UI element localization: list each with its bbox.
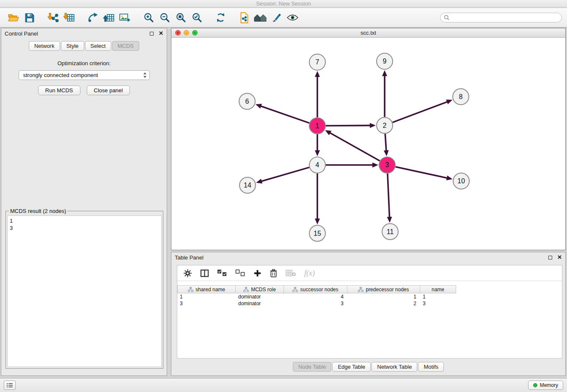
show-columns-button[interactable] (200, 269, 209, 277)
graph-edge-2-8[interactable] (393, 99, 453, 122)
new-network-button[interactable] (85, 10, 101, 26)
search-box[interactable] (440, 13, 562, 22)
gear-icon (183, 269, 192, 278)
cell-name[interactable]: 1 (420, 293, 456, 300)
memory-button[interactable]: Memory (528, 381, 563, 390)
open-session-button[interactable] (5, 10, 21, 26)
export-image-icon (119, 12, 131, 23)
graph-node-4[interactable]: 4 (309, 157, 325, 173)
cell-shared-name[interactable]: 1 (177, 293, 236, 300)
search-icon (444, 15, 449, 20)
cell-predecessor-nodes[interactable]: 1 (347, 293, 420, 300)
close-table-panel-icon[interactable]: ✕ (557, 255, 562, 260)
mcds-result-list[interactable]: 1 3 (7, 215, 162, 367)
export-table-button[interactable] (101, 10, 117, 26)
graph-edge-2-3[interactable] (384, 134, 389, 156)
graph-node-8[interactable]: 8 (453, 89, 469, 105)
import-network-button[interactable] (45, 10, 61, 26)
float-panel-icon[interactable] (150, 32, 154, 36)
column-header-predecessor-nodes[interactable]: predecessor nodes (347, 285, 420, 293)
search-input[interactable] (451, 14, 558, 21)
tab-network-table[interactable]: Network Table (372, 362, 417, 372)
cell-successor-nodes[interactable]: 4 (284, 293, 347, 300)
cell-predecessor-nodes[interactable]: 2 (347, 300, 420, 307)
close-panel-button[interactable]: Close panel (87, 86, 130, 95)
graph-node-11[interactable]: 11 (382, 224, 398, 240)
criterion-dropdown[interactable]: strongly connected component (19, 70, 150, 80)
houses-icon (253, 13, 267, 22)
import-table-button[interactable] (61, 10, 77, 26)
window-zoom-icon[interactable]: + (192, 30, 198, 36)
node-table-container: f(x) shared name MCDS role successor nod… (177, 265, 562, 359)
table-row[interactable]: 1 dominator 4 1 1 (177, 293, 562, 300)
network-window-titlebar[interactable]: scc.txt ✕ − + (171, 28, 565, 38)
graph-edge-1-4[interactable] (315, 134, 320, 156)
column-header-name[interactable]: name (420, 285, 456, 293)
tab-motifs[interactable]: Motifs (418, 362, 444, 372)
new-network-icon (87, 12, 99, 23)
tab-network[interactable]: Network (29, 41, 60, 51)
graph-edge-1-2[interactable] (326, 123, 376, 128)
export-image-button[interactable] (117, 10, 133, 26)
network-view: 7968124314101511 (171, 38, 565, 250)
table-panel: Table Panel ✕ (171, 252, 566, 376)
table-settings-button[interactable] (183, 269, 192, 278)
zoom-out-button[interactable] (157, 10, 173, 26)
graph-node-15[interactable]: 15 (309, 225, 325, 241)
graph-node-7[interactable]: 7 (309, 54, 325, 70)
close-panel-icon[interactable]: ✕ (159, 31, 163, 36)
graph-edge-3-1[interactable] (325, 130, 380, 161)
graph-node-6[interactable]: 6 (239, 93, 255, 109)
zoom-in-button[interactable] (140, 10, 157, 26)
select-all-columns-button[interactable] (217, 269, 227, 277)
graph-edge-3-10[interactable] (396, 167, 453, 180)
apply-layout-button[interactable] (212, 10, 228, 26)
column-header-mcds-role[interactable]: MCDS role (236, 285, 284, 293)
graph-node-9[interactable]: 9 (377, 53, 393, 69)
tab-node-table[interactable]: Node Table (293, 362, 332, 372)
graph-node-10[interactable]: 10 (453, 173, 469, 189)
graph-edge-4-14[interactable] (256, 167, 309, 183)
graph-edge-4-15[interactable] (315, 174, 320, 225)
network-canvas[interactable]: 7968124314101511 (171, 38, 565, 250)
zoom-fit-button[interactable] (173, 10, 189, 26)
table-row[interactable]: 3 dominator 3 2 3 (177, 300, 562, 307)
save-session-button[interactable] (21, 10, 37, 26)
run-mcds-button[interactable]: Run MCDS (38, 86, 80, 95)
show-hide-button[interactable] (284, 10, 300, 26)
cell-mcds-role[interactable]: dominator (236, 300, 284, 307)
tab-select[interactable]: Select (85, 41, 111, 51)
tab-mcds[interactable]: MCDS (112, 41, 139, 51)
add-column-button[interactable] (253, 269, 261, 277)
cell-shared-name[interactable]: 3 (177, 300, 236, 307)
status-bar: Memory (0, 378, 567, 392)
graph-edge-4-3[interactable] (326, 163, 378, 168)
cell-mcds-role[interactable]: dominator (236, 293, 284, 300)
window-minimize-icon[interactable]: − (184, 30, 189, 36)
style-brush-button[interactable] (268, 10, 284, 26)
tab-style[interactable]: Style (61, 41, 84, 51)
cell-successor-nodes[interactable]: 3 (284, 300, 347, 307)
cell-name[interactable]: 3 (420, 300, 456, 307)
zoom-selected-button[interactable] (189, 10, 205, 26)
graph-node-2[interactable]: 2 (377, 117, 393, 133)
network-file-button[interactable] (236, 10, 252, 26)
task-history-button[interactable] (4, 381, 16, 390)
graph-edge-1-7[interactable] (315, 71, 320, 118)
graph-node-3[interactable]: 3 (379, 157, 395, 173)
float-table-panel-icon[interactable] (548, 256, 552, 259)
refresh-icon (215, 12, 226, 23)
deselect-all-columns-button[interactable] (235, 269, 245, 277)
graph-node-1[interactable]: 1 (309, 118, 325, 134)
window-close-icon[interactable]: ✕ (175, 30, 181, 36)
tab-edge-table[interactable]: Edge Table (332, 362, 371, 372)
graph-edge-3-11[interactable] (387, 174, 392, 223)
columns-icon (200, 269, 209, 277)
delete-column-button[interactable] (270, 269, 278, 278)
column-header-shared-name[interactable]: shared name (177, 285, 236, 293)
first-neighbors-button[interactable] (252, 10, 268, 26)
graph-node-14[interactable]: 14 (239, 177, 256, 193)
graph-edge-1-6[interactable] (256, 104, 309, 123)
graph-edge-2-9[interactable] (382, 70, 387, 117)
column-header-successor-nodes[interactable]: successor nodes (284, 285, 347, 293)
